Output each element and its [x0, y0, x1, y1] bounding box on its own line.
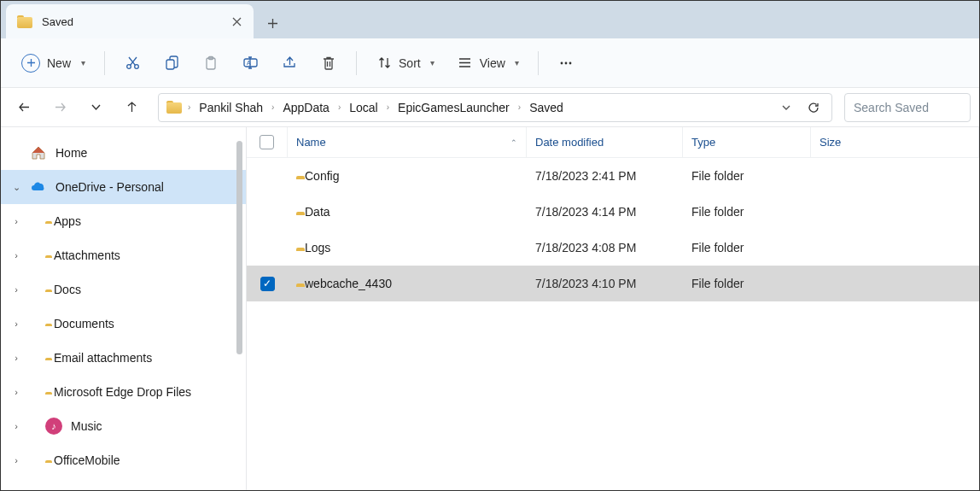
separator [104, 51, 105, 75]
svg-point-0 [126, 65, 131, 69]
sidebar-item[interactable]: ›OfficeMobile [1, 443, 246, 477]
home-icon [30, 144, 47, 161]
copy-button[interactable] [155, 48, 189, 79]
table-row[interactable]: ✓webcache_44307/18/2023 4:10 PMFile fold… [247, 266, 979, 301]
breadcrumb-item[interactable]: Saved [526, 99, 567, 116]
tab-saved[interactable]: Saved [6, 4, 254, 38]
folder-icon [166, 99, 183, 116]
chevron-down-icon: ▾ [430, 58, 435, 67]
chevron-down-icon: ▾ [515, 58, 519, 67]
more-button[interactable] [549, 48, 583, 79]
sort-icon [376, 55, 393, 72]
sidebar-item-onedrive[interactable]: ⌄ OneDrive - Personal [1, 170, 246, 204]
sidebar-label: Microsoft Edge Drop Files [54, 385, 191, 399]
up-button[interactable] [117, 93, 146, 122]
file-name: webcache_4430 [305, 277, 392, 290]
search-input[interactable]: Search Saved [844, 93, 971, 122]
breadcrumb-item[interactable]: Local [346, 99, 381, 116]
cut-button[interactable] [115, 48, 149, 79]
breadcrumb-item[interactable]: Pankil Shah [195, 99, 266, 116]
svg-point-8 [564, 61, 567, 64]
chevron-right-icon[interactable]: › [9, 387, 23, 397]
file-type: File folder [683, 205, 811, 219]
sidebar-label: OneDrive - Personal [55, 180, 164, 194]
table-row[interactable]: Logs7/18/2023 4:08 PMFile folder [247, 230, 979, 266]
chevron-down-icon[interactable]: ⌄ [9, 182, 23, 193]
column-type[interactable]: Type [683, 127, 811, 157]
address-bar[interactable]: › Pankil Shah › AppData › Local › EpicGa… [158, 93, 832, 122]
table-row[interactable]: Config7/18/2023 2:41 PMFile folder [247, 158, 979, 194]
file-name: Data [305, 205, 330, 219]
chevron-right-icon[interactable]: › [9, 421, 23, 431]
file-type: File folder [683, 277, 811, 290]
chevron-right-icon[interactable]: › [9, 455, 23, 465]
more-icon [557, 55, 575, 72]
recent-dropdown[interactable] [81, 93, 110, 122]
column-name[interactable]: Name ⌃ [288, 127, 527, 157]
back-button[interactable] [9, 93, 38, 122]
toolbar: New ▾ A Sort ▾ [1, 38, 979, 88]
forward-button[interactable] [45, 93, 74, 122]
share-icon [281, 55, 298, 72]
sidebar-item[interactable]: ›♪Music [1, 409, 246, 443]
chevron-right-icon[interactable]: › [9, 216, 23, 226]
paste-button[interactable] [194, 48, 228, 79]
row-checkbox[interactable]: ✓ [260, 277, 275, 291]
sidebar-item[interactable]: ›Documents [1, 307, 246, 341]
svg-point-7 [560, 61, 563, 64]
share-button[interactable] [272, 48, 306, 79]
chevron-right-icon[interactable]: › [9, 353, 23, 363]
delete-button[interactable] [312, 48, 346, 79]
view-button[interactable]: View ▾ [448, 48, 528, 79]
file-date: 7/18/2023 4:10 PM [527, 277, 683, 290]
breadcrumb-item[interactable]: AppData [279, 99, 332, 116]
sidebar-label: Email attachments [54, 351, 152, 365]
sidebar-label: Attachments [54, 248, 120, 262]
close-icon[interactable] [230, 15, 243, 28]
sidebar-label: Documents [54, 317, 114, 330]
rename-icon: A [242, 55, 259, 72]
search-placeholder: Search Saved [854, 101, 929, 114]
chevron-right-icon[interactable]: › [9, 319, 23, 329]
file-date: 7/18/2023 4:08 PM [527, 241, 683, 254]
sort-button[interactable]: Sort ▾ [367, 48, 443, 79]
sidebar-item-home[interactable]: Home [1, 136, 246, 170]
separator [538, 51, 539, 75]
column-size[interactable]: Size [811, 127, 979, 157]
sidebar: Home ⌄ OneDrive - Personal ›Apps›Attachm… [1, 127, 247, 491]
scrollbar-thumb[interactable] [236, 141, 242, 354]
select-all-checkbox[interactable] [247, 127, 288, 157]
chevron-right-icon[interactable]: › [9, 284, 23, 295]
svg-rect-2 [166, 60, 174, 69]
table-row[interactable]: Data7/18/2023 4:14 PMFile folder [247, 194, 979, 230]
breadcrumb-item[interactable]: EpicGamesLauncher [394, 99, 513, 116]
sidebar-label: Docs [54, 283, 81, 296]
view-label: View [480, 56, 505, 70]
file-type: File folder [683, 169, 811, 183]
file-name: Config [305, 169, 339, 183]
new-tab-button[interactable] [257, 8, 288, 38]
scissors-icon [124, 55, 141, 72]
chevron-right-icon: › [516, 102, 522, 112]
chevron-right-icon: › [186, 102, 192, 112]
svg-point-1 [134, 65, 138, 69]
address-dropdown[interactable] [775, 96, 797, 119]
new-label: New [47, 56, 71, 70]
column-headers: Name ⌃ Date modified Type Size [247, 127, 979, 158]
tab-title: Saved [42, 15, 221, 28]
sidebar-label: Home [55, 146, 87, 160]
sidebar-item[interactable]: ›Microsoft Edge Drop Files [1, 375, 246, 409]
chevron-right-icon[interactable]: › [9, 250, 23, 260]
refresh-button[interactable] [802, 96, 825, 119]
chevron-down-icon: ▾ [81, 58, 85, 67]
sidebar-item[interactable]: ›Email attachments [1, 341, 246, 375]
sidebar-item[interactable]: ›Apps [1, 204, 246, 238]
rename-button[interactable]: A [233, 48, 267, 79]
column-date[interactable]: Date modified [527, 127, 683, 157]
new-button[interactable]: New ▾ [13, 48, 94, 79]
sidebar-item[interactable]: ›Attachments [1, 238, 246, 272]
sidebar-item[interactable]: ›Docs [1, 272, 246, 307]
chevron-right-icon: › [270, 102, 276, 112]
chevron-right-icon: › [336, 102, 342, 112]
tab-bar: Saved [1, 1, 979, 38]
